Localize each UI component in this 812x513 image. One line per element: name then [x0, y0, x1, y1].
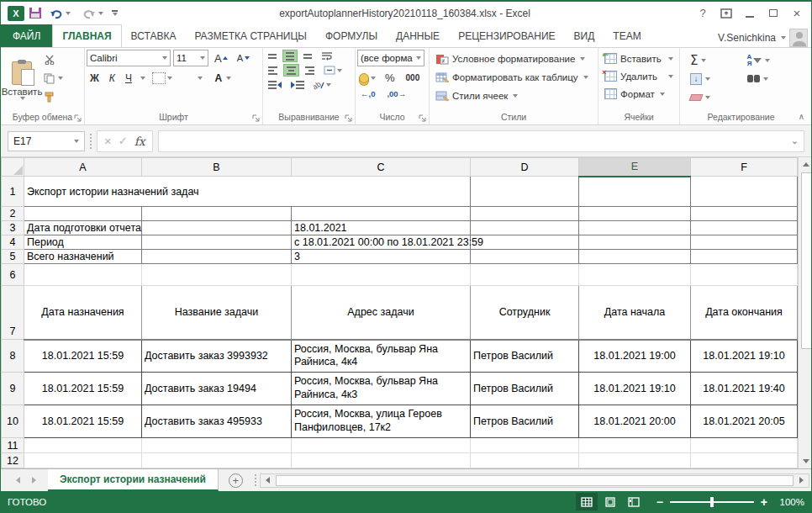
cell-e1[interactable]: [579, 177, 691, 207]
scroll-down-button[interactable]: [799, 454, 811, 468]
cell-f2[interactable]: [691, 207, 798, 221]
cell-f5[interactable]: [691, 250, 798, 264]
zoom-out-button[interactable]: −: [656, 495, 663, 509]
tab-team[interactable]: TEAM: [604, 24, 650, 47]
name-box-dropdown-icon[interactable]: [74, 140, 79, 143]
clipboard-dialog-launcher[interactable]: [74, 114, 82, 123]
cell-e11[interactable]: [579, 438, 691, 453]
scroll-up-button[interactable]: [799, 157, 811, 172]
tab-review[interactable]: РЕЦЕНЗИРОВАНИЕ: [449, 24, 564, 47]
cell-c9[interactable]: Россия, Москва, бульвар Яна Райниса, 4к3: [292, 373, 471, 405]
number-format-combo[interactable]: (все форма: [357, 50, 424, 66]
row-header-5[interactable]: 5: [2, 250, 24, 264]
decrease-decimal-button[interactable]: ,00→: [383, 87, 409, 100]
user-avatar[interactable]: [789, 29, 808, 47]
table-header-end-date[interactable]: Дата окончания: [691, 286, 798, 340]
cell-c12[interactable]: [292, 453, 471, 468]
shrink-font-button[interactable]: A: [234, 51, 253, 65]
vertical-scrollbar[interactable]: [798, 157, 811, 468]
help-button[interactable]: ?: [692, 5, 714, 22]
cell-d12[interactable]: [471, 453, 579, 468]
underline-dropdown-icon[interactable]: [140, 77, 145, 80]
horizontal-scrollbar[interactable]: [260, 473, 809, 488]
cell-c8[interactable]: Россия, Москва, бульвар Яна Райниса, 4к4: [292, 340, 471, 373]
orientation-button[interactable]: ab: [310, 78, 335, 92]
cell-a12[interactable]: [24, 453, 142, 468]
cell-f12[interactable]: [691, 453, 798, 468]
cell-a3-report-date-label[interactable]: Дата подготовки отчета: [24, 221, 142, 235]
cell-f3[interactable]: [691, 221, 798, 235]
conditional-formatting-button[interactable]: ≠ Условное форматирование: [431, 50, 596, 68]
table-header-assignment-date[interactable]: Дата назначения: [24, 286, 142, 340]
save-icon[interactable]: [29, 8, 41, 19]
redo-button[interactable]: [79, 6, 107, 21]
formula-bar-splitter[interactable]: [90, 134, 92, 149]
cancel-entry-icon[interactable]: ×: [104, 134, 112, 148]
cell-f11[interactable]: [691, 438, 798, 453]
cell-c5-total-value[interactable]: 3: [292, 250, 471, 264]
autosum-button[interactable]: Σ: [687, 51, 736, 69]
cell-a1-report-title[interactable]: Экспорт истории назначений задач: [24, 177, 471, 207]
merge-center-button[interactable]: [320, 64, 345, 77]
user-dropdown-icon[interactable]: [781, 36, 786, 40]
column-header-c[interactable]: C: [292, 158, 471, 177]
scroll-left-button[interactable]: [261, 474, 275, 487]
cell-a8[interactable]: 18.01.2021 15:59: [24, 340, 142, 373]
column-header-b[interactable]: B: [142, 158, 292, 177]
row-header-2[interactable]: 2: [2, 207, 24, 221]
cell-e4[interactable]: [579, 235, 691, 250]
formula-input[interactable]: ⌄: [158, 130, 804, 152]
format-as-table-button[interactable]: Форматировать как таблицу: [431, 68, 596, 87]
row-header-9[interactable]: 9: [2, 373, 24, 405]
minimize-button[interactable]: [739, 5, 761, 22]
cell-f4[interactable]: [691, 235, 798, 250]
cell-d9[interactable]: Петров Василий: [471, 373, 579, 405]
cell-a6[interactable]: [24, 264, 142, 286]
insert-cells-button[interactable]: ⇤ Вставить: [600, 50, 678, 67]
column-header-e-selected[interactable]: E: [579, 158, 691, 177]
tab-formulas[interactable]: ФОРМУЛЫ: [316, 24, 387, 47]
cell-a2[interactable]: [24, 207, 142, 221]
name-box[interactable]: E17: [8, 131, 85, 151]
cell-d2[interactable]: [471, 207, 579, 221]
align-right-button[interactable]: [302, 64, 318, 77]
insert-function-icon[interactable]: fx: [134, 135, 145, 148]
row-header-1[interactable]: 1: [2, 177, 24, 207]
row-header-12[interactable]: 12: [2, 453, 24, 468]
font-color-button[interactable]: А: [209, 72, 235, 85]
tab-data[interactable]: ДАННЫЕ: [387, 24, 449, 47]
cell-f9[interactable]: 18.01.2021 19:40: [691, 373, 798, 405]
row-header-8[interactable]: 8: [2, 340, 24, 373]
alignment-dialog-launcher[interactable]: [345, 114, 353, 123]
tab-file[interactable]: ФАЙЛ: [1, 24, 52, 47]
fill-button[interactable]: ↓: [687, 70, 736, 87]
align-bottom-button[interactable]: [300, 50, 315, 62]
find-select-button[interactable]: [744, 70, 795, 87]
enter-entry-icon[interactable]: ✓: [119, 135, 128, 147]
cell-d6[interactable]: [471, 264, 579, 286]
italic-button[interactable]: К: [106, 71, 119, 86]
cell-b10[interactable]: Доставить заказ 495933: [142, 405, 292, 438]
tab-insert[interactable]: ВСТАВКА: [122, 24, 186, 47]
delete-cells-button[interactable]: × Удалить: [600, 67, 678, 85]
cell-e12[interactable]: [579, 453, 691, 468]
cell-d4[interactable]: [471, 235, 579, 250]
cell-c10[interactable]: Россия, Москва, улица Героев Панфиловцев…: [292, 405, 471, 438]
row-header-3[interactable]: 3: [2, 221, 24, 235]
fill-color-button[interactable]: [179, 70, 206, 87]
customize-qat-button[interactable]: [112, 10, 118, 16]
comma-style-button[interactable]: 000: [403, 71, 424, 84]
format-cells-button[interactable]: Формат: [600, 85, 678, 103]
underline-button[interactable]: Ч: [122, 71, 135, 86]
align-left-button[interactable]: [265, 64, 281, 77]
row-header-4[interactable]: 4: [2, 235, 24, 250]
undo-button[interactable]: [46, 6, 74, 21]
cell-b5[interactable]: [142, 250, 292, 264]
cell-a9[interactable]: 18.01.2021 15:59: [24, 373, 142, 405]
cell-a11[interactable]: [24, 438, 142, 453]
sort-filter-button[interactable]: АЯ: [744, 51, 795, 69]
cell-e5[interactable]: [579, 250, 691, 264]
select-all-corner[interactable]: [2, 158, 24, 177]
cell-c6[interactable]: [292, 264, 471, 286]
cell-e8[interactable]: 18.01.2021 19:00: [579, 340, 691, 373]
